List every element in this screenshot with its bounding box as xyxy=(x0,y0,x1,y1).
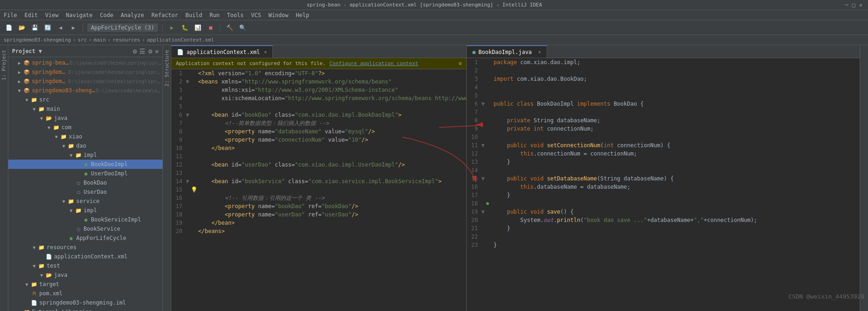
menu-window[interactable]: Window xyxy=(268,12,288,18)
search-everywhere-btn[interactable]: 🔍 xyxy=(237,23,247,33)
menu-vcs[interactable]: VCS xyxy=(251,12,261,18)
menu-navigate[interactable]: Navigate xyxy=(66,12,93,18)
tree-resources[interactable]: ▼ 📁 resources xyxy=(8,243,163,252)
java-line-3: 3 import com.xiao.dao.BookDao; xyxy=(467,75,836,83)
java-line-14: 14 xyxy=(467,166,836,174)
java-line-21: 21 } xyxy=(467,224,836,233)
menu-tools[interactable]: Tools xyxy=(227,12,244,18)
save-btn[interactable]: 💾 xyxy=(30,23,40,33)
xml-line-16: 16 <!-- 引用数据：引用的这一个 类 --> xyxy=(171,194,466,202)
tree-userdao[interactable]: ○ UserDao xyxy=(8,187,163,197)
forward-btn[interactable]: ▶ xyxy=(68,23,78,33)
tree-springdemo03[interactable]: ▼ 📦 springdemo03-shengming D:\javaccode\… xyxy=(8,86,163,95)
menu-file[interactable]: File xyxy=(4,12,17,18)
tab-appcontext-xml[interactable]: 📄 applicationContext.xml ✕ xyxy=(171,45,273,58)
new-file-btn[interactable]: 📄 xyxy=(4,23,14,33)
java-line-9: 9 private int connectionNum; xyxy=(467,125,836,133)
xml-line-11: 11 xyxy=(171,152,466,161)
menu-analyze[interactable]: Analyze xyxy=(121,12,144,18)
xml-line-3: 3 xmlns:xsi="http://www.w3.org/2001/XMLS… xyxy=(171,86,466,94)
tree-service[interactable]: ▼ 📁 service xyxy=(8,197,163,206)
java-tab-close[interactable]: ✕ xyxy=(538,49,541,54)
tree-appforlifecycle[interactable]: ● AppForLifeCycle xyxy=(8,233,163,243)
tree-impl-service[interactable]: ▼ 📁 impl xyxy=(8,206,163,215)
structure-side-tab[interactable]: 2: Structure xyxy=(163,47,171,89)
xml-line-17: 17 <property name="bookDao" ref="bookDao… xyxy=(171,202,466,210)
back-btn[interactable]: ◀ xyxy=(55,23,66,33)
tree-bookservice[interactable]: ○ BookService xyxy=(8,224,163,233)
java-tab-label: BookDaoImpl.java xyxy=(478,49,532,55)
tree-xiao[interactable]: ▼ 📁 xiao xyxy=(8,132,163,141)
menu-view[interactable]: View xyxy=(45,12,59,18)
xml-line-12: 12 <bean id="userDao" class="com.xiao.da… xyxy=(171,161,466,169)
java-line-7: 7 xyxy=(467,108,836,116)
watermark: CSDN @weixin_44953928 xyxy=(789,293,864,300)
run-button[interactable]: ▶ xyxy=(167,23,177,33)
tab-bookdaoimpl[interactable]: ● BookDaoImpl.java ✕ xyxy=(467,45,547,58)
xml-line-9: 9 <property name="connectionNum" value="… xyxy=(171,136,466,144)
tree-bookdaoimpl[interactable]: ● BookDaoImpl xyxy=(8,160,163,169)
xml-line-8: 8 <property name="databaseName" value="m… xyxy=(171,127,466,136)
bc-file[interactable]: applicationContext.xml xyxy=(147,37,214,43)
tree-springdemo01[interactable]: ▶ 📦 springdemo01 D:\javaccode\heima\spri… xyxy=(8,67,163,77)
menu-refactor[interactable]: Refactor xyxy=(151,12,178,18)
breadcrumb: springdemo03-shengming › src › main › re… xyxy=(0,35,868,45)
layout-icon[interactable]: ☰ xyxy=(139,48,145,55)
open-btn[interactable]: 📂 xyxy=(17,23,27,33)
debug-button[interactable]: 🐛 xyxy=(180,23,190,33)
tree-impl-dao[interactable]: ▼ 📁 impl xyxy=(8,150,163,160)
menu-run[interactable]: Run xyxy=(210,12,220,18)
tree-dao[interactable]: ▼ 📁 dao xyxy=(8,141,163,150)
tree-java[interactable]: ▼ 📂 java xyxy=(8,114,163,123)
project-side-tab[interactable]: 1: Project xyxy=(0,47,8,83)
tree-appcontext-xml[interactable]: 📄 applicationContext.xml xyxy=(8,252,163,261)
xml-line-13: 13 xyxy=(171,169,466,177)
xml-tab-label: applicationContext.xml xyxy=(187,49,260,55)
warning-gear-icon[interactable]: ⚙ xyxy=(458,60,462,66)
tree-test[interactable]: ▼ 📁 test xyxy=(8,261,163,270)
java-line-13: 13 } xyxy=(467,158,836,166)
tree-springdemo02[interactable]: ▶ 📦 springdemo02 D:\javaccode\heima\spri… xyxy=(8,77,163,86)
menu-edit[interactable]: Edit xyxy=(24,12,38,18)
coverage-btn[interactable]: 📊 xyxy=(193,23,203,33)
tree-src[interactable]: ▼ 📁 src xyxy=(8,95,163,104)
build-btn[interactable]: 🔨 xyxy=(224,23,235,33)
tree-bookserviceimpl[interactable]: ● BookServiceImpl xyxy=(8,215,163,224)
configure-link[interactable]: Configure application context xyxy=(330,60,418,66)
tree-test-java[interactable]: ▼ 📂 java xyxy=(8,270,163,280)
bc-project[interactable]: springdemo03-shengming xyxy=(4,37,71,43)
tree-com[interactable]: ▼ 📁 com xyxy=(8,123,163,132)
tree-userdaoimpl[interactable]: ● UserDaoImpl xyxy=(8,169,163,178)
xml-line-1: 1 <?xml version="1.0" encoding="UTF-8"?> xyxy=(171,69,466,78)
close-sidebar-icon[interactable]: ✕ xyxy=(155,48,159,55)
bc-resources[interactable]: resources xyxy=(113,37,140,43)
xml-line-4: 4 xsi:schemaLocation="http://www.springf… xyxy=(171,94,466,102)
java-editor: 1 package com.xiao.dao.impl; 2 xyxy=(467,58,860,311)
bc-src[interactable]: src xyxy=(78,37,87,43)
maximize-btn[interactable]: □ xyxy=(852,2,856,8)
tree-spring-bean01[interactable]: ▶ 📦 spring-bean01 D:\javaccode\heima\spr… xyxy=(8,58,163,67)
xml-editor: 1 <?xml version="1.0" encoding="UTF-8"?>… xyxy=(171,69,466,311)
tree-main[interactable]: ▼ 📁 main xyxy=(8,104,163,114)
run-config-label[interactable]: AppForLifeCycle (3) xyxy=(87,24,158,32)
project-tree: ▶ 📦 spring-bean01 D:\javaccode\heima\spr… xyxy=(8,57,163,311)
settings-icon[interactable]: ⚙ xyxy=(133,48,137,55)
stop-button[interactable]: ■ xyxy=(205,23,216,33)
tree-pom[interactable]: M pom.xml xyxy=(8,289,163,298)
minimize-btn[interactable]: ─ xyxy=(845,2,848,8)
xml-tab-close[interactable]: ✕ xyxy=(264,49,267,54)
xml-line-10: 10 </bean> xyxy=(171,144,466,152)
menu-code[interactable]: Code xyxy=(100,12,114,18)
menu-build[interactable]: Build xyxy=(186,12,202,18)
tree-external-libs[interactable]: ▶ 📁 External Libraries xyxy=(8,307,163,311)
close-btn[interactable]: ✕ xyxy=(859,2,862,8)
tree-iml[interactable]: 📄 springdemo03-shengming.iml xyxy=(8,298,163,307)
gear-icon[interactable]: ⚙ xyxy=(148,48,152,55)
sync-btn[interactable]: 🔄 xyxy=(42,23,53,33)
menu-help[interactable]: Help xyxy=(296,12,309,18)
bc-main[interactable]: main xyxy=(94,37,106,43)
tree-bookdao[interactable]: ○ BookDao xyxy=(8,178,163,187)
tree-target[interactable]: ▼ 📁 target xyxy=(8,280,163,289)
toolbar: 📄 📂 💾 🔄 ◀ ▶ AppForLifeCycle (3) ▶ 🐛 📊 ■ … xyxy=(0,20,868,35)
app-title: spring-bean - applicationContext.xml [sp… xyxy=(4,2,845,8)
